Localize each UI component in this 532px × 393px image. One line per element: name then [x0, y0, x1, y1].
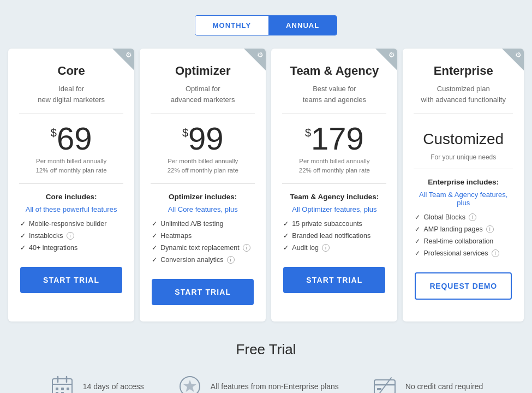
free-trial-features: 14 days of access All features from non-… [0, 373, 532, 394]
price-customized-enterprise: Customized [414, 123, 513, 150]
info-icon-enterprise-1[interactable]: i [486, 225, 494, 233]
svg-rect-4 [56, 388, 58, 390]
btn-section-core: START TRIAL [8, 267, 134, 293]
svg-rect-13 [377, 388, 381, 390]
features-link-enterprise[interactable]: All Team & Agency features, plus [415, 190, 512, 207]
feature-item-team-agency-2: ✓ Audit log i [283, 244, 385, 252]
check-icon-enterprise-1: ✓ [415, 225, 420, 233]
btn-section-optimizer: START TRIAL [140, 279, 266, 305]
plan-desc-enterprise: Customized planwith advanced functionali… [414, 84, 513, 105]
corner-badge-team-agency: ⚙ [375, 49, 397, 70]
settings-icon: ⚙ [388, 51, 395, 59]
cta-button-core[interactable]: START TRIAL [20, 267, 122, 293]
feature-item-team-agency-1: ✓ Branded lead notifications [283, 232, 385, 240]
info-icon-optimizer-2[interactable]: i [243, 244, 250, 252]
check-icon-optimizer-2: ✓ [152, 244, 157, 252]
feature-label-team-agency-2: Audit log [292, 244, 319, 252]
monthly-toggle[interactable]: MONTHLY [195, 16, 268, 35]
check-icon-optimizer-0: ✓ [152, 220, 157, 228]
features-title-enterprise: Enterprise includes: [415, 178, 512, 186]
check-icon-core-0: ✓ [20, 220, 26, 228]
price-sub-optimizer: Per month billed annually22% off monthly… [151, 157, 255, 176]
price-row-optimizer: $ 99 [151, 123, 255, 154]
cta-button-team-agency[interactable]: START TRIAL [283, 267, 385, 293]
plans-container: ⚙ Core Ideal fornew digital marketers $ … [0, 49, 532, 321]
svg-rect-6 [67, 388, 69, 390]
feature-item-team-agency-0: ✓ 15 private subaccounts [283, 220, 385, 228]
plan-desc-team-agency: Best value forteams and agencies [282, 84, 386, 105]
toggle-group: MONTHLY ANNUAL [195, 15, 337, 35]
top-toggle: MONTHLY ANNUAL [0, 0, 532, 49]
feature-item-optimizer-0: ✓ Unlimited A/B testing [152, 220, 254, 228]
price-sub-team-agency: Per month billed annually22% off monthly… [282, 157, 386, 176]
feature-label-enterprise-0: Global Blocks [423, 213, 465, 221]
trial-feature-no-card: No credit card required [372, 373, 483, 394]
info-icon-core-1[interactable]: i [67, 232, 74, 240]
plan-name-team-agency: Team & Agency [282, 64, 386, 78]
trial-label-no-card: No credit card required [405, 382, 483, 391]
cta-button-enterprise[interactable]: REQUEST DEMO [415, 272, 512, 300]
price-dollar-core: $ [51, 127, 57, 138]
plan-card-team-agency: ⚙ Team & Agency Best value forteams and … [271, 49, 397, 321]
trial-label-features: All features from non-Enterprise plans [211, 382, 339, 391]
feature-item-enterprise-0: ✓ Global Blocks i [415, 213, 512, 221]
features-link-team-agency[interactable]: All Optimizer features, plus [283, 205, 385, 213]
btn-section-team-agency: START TRIAL [271, 267, 397, 293]
svg-marker-10 [183, 380, 196, 392]
feature-label-core-1: Instablocks [29, 232, 63, 240]
price-dollar-optimizer: $ [182, 127, 188, 138]
price-amount-team-agency: 179 [311, 123, 364, 154]
features-section-core: Core includes:All of these powerful feat… [8, 184, 134, 267]
info-icon-enterprise-0[interactable]: i [469, 213, 476, 221]
check-icon-optimizer-1: ✓ [152, 232, 157, 240]
feature-item-optimizer-1: ✓ Heatmaps [152, 232, 254, 240]
features-title-core: Core includes: [20, 193, 122, 201]
settings-icon: ⚙ [125, 51, 132, 59]
annual-toggle[interactable]: ANNUAL [268, 16, 337, 35]
feature-label-optimizer-1: Heatmaps [160, 232, 192, 240]
features-title-team-agency: Team & Agency includes: [283, 193, 385, 201]
price-sub-core: Per month billed annually12% off monthly… [19, 157, 123, 176]
info-icon-team-agency-2[interactable]: i [322, 244, 330, 252]
corner-badge-optimizer: ⚙ [244, 49, 266, 70]
plan-desc-core: Ideal fornew digital marketers [19, 84, 123, 105]
check-icon-enterprise-3: ✓ [415, 249, 420, 257]
svg-rect-0 [52, 379, 72, 394]
price-dollar-team-agency: $ [305, 127, 311, 138]
feature-item-core-1: ✓ Instablocks i [20, 232, 122, 240]
plan-name-optimizer: Optimizer [151, 64, 255, 78]
feature-item-enterprise-2: ✓ Real-time collaboration [415, 237, 512, 245]
plan-card-core: ⚙ Core Ideal fornew digital marketers $ … [8, 49, 134, 321]
info-icon-enterprise-3[interactable]: i [492, 249, 499, 257]
plan-card-optimizer: ⚙ Optimizer Optimal foradvanced marketer… [140, 49, 266, 321]
plan-name-enterprise: Enterprise [414, 64, 513, 78]
info-icon-optimizer-3[interactable]: i [227, 256, 235, 264]
feature-item-core-0: ✓ Mobile-responsive builder [20, 220, 122, 228]
btn-section-enterprise: REQUEST DEMO [403, 272, 524, 300]
features-section-enterprise: Enterprise includes:All Team & Agency fe… [403, 169, 524, 272]
features-link-optimizer[interactable]: All Core features, plus [152, 205, 254, 213]
trial-feature-features: All features from non-Enterprise plans [177, 373, 339, 394]
svg-rect-5 [61, 388, 64, 390]
trial-label-access: 14 days of access [83, 382, 144, 391]
check-icon-team-agency-1: ✓ [283, 232, 289, 240]
feature-label-optimizer-2: Dynamic text replacement [160, 244, 240, 252]
plan-desc-optimizer: Optimal foradvanced marketers [151, 84, 255, 105]
corner-badge-enterprise: ⚙ [502, 49, 524, 70]
features-section-optimizer: Optimizer includes:All Core features, pl… [140, 184, 266, 279]
feature-label-optimizer-3: Conversion analytics [160, 256, 223, 264]
feature-item-optimizer-3: ✓ Conversion analytics i [152, 256, 254, 264]
feature-label-enterprise-2: Real-time collaboration [423, 237, 493, 245]
plan-card-enterprise: ⚙ Enterprise Customized planwith advance… [403, 49, 524, 321]
feature-label-enterprise-3: Professional services [423, 249, 488, 257]
feature-item-enterprise-3: ✓ Professional services i [415, 249, 512, 257]
check-icon-team-agency-0: ✓ [283, 220, 289, 228]
price-row-team-agency: $ 179 [282, 123, 386, 154]
price-section-enterprise: Customized For your unique needs [403, 114, 524, 169]
check-icon-enterprise-2: ✓ [415, 237, 420, 245]
corner-badge-core: ⚙ [112, 49, 134, 70]
feature-label-team-agency-1: Branded lead notifications [292, 232, 370, 240]
feature-label-optimizer-0: Unlimited A/B testing [160, 220, 223, 228]
features-link-core[interactable]: All of these powerful features [20, 205, 122, 213]
cta-button-optimizer[interactable]: START TRIAL [152, 279, 254, 305]
